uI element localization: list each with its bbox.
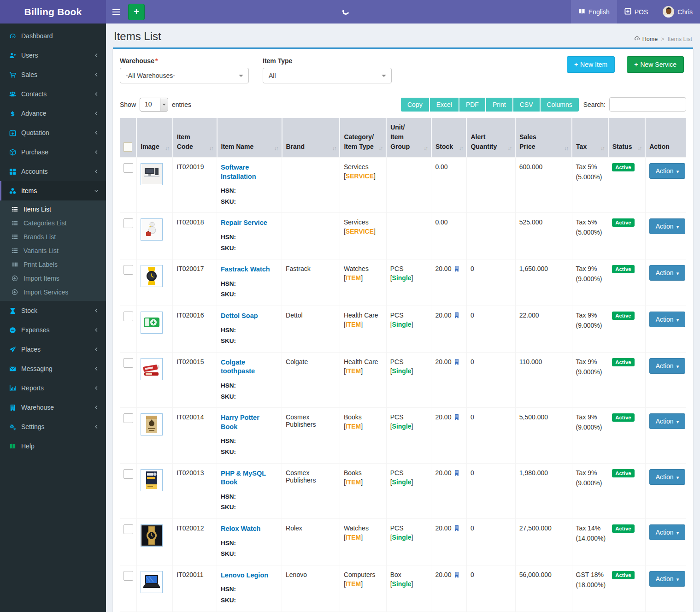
row-checkbox[interactable] (124, 218, 133, 228)
export-excel-button[interactable]: Excel (430, 98, 459, 112)
sidebar-item-advance[interactable]: $Advance (0, 104, 106, 123)
column-header-stock[interactable]: Stock↓↑ (431, 118, 467, 158)
warehouse-stock-icon[interactable] (453, 414, 460, 420)
sort-icon[interactable]: ↓↑ (207, 145, 213, 152)
search-input[interactable] (609, 97, 686, 112)
item-thumbnail[interactable] (141, 265, 163, 287)
row-checkbox[interactable] (124, 413, 133, 423)
action-dropdown-button[interactable]: Action▾ (649, 413, 685, 429)
column-header-category-item-type[interactable]: Category/​Item Type↓↑ (340, 118, 386, 158)
sidebar-item-sales[interactable]: Sales (0, 65, 106, 84)
item-name-link[interactable]: Colgate toothpaste (221, 358, 278, 376)
action-dropdown-button[interactable]: Action▾ (649, 571, 685, 587)
sort-icon[interactable]: ↓↑ (506, 145, 511, 152)
sort-icon[interactable]: ↓↑ (376, 145, 382, 152)
sort-icon[interactable]: ↓↑ (457, 145, 462, 152)
column-header-unit-item-group[interactable]: Unit/​Item Group↓↑ (386, 118, 431, 158)
item-name-link[interactable]: Dettol Soap (221, 312, 258, 321)
warehouse-stock-icon[interactable] (453, 359, 460, 365)
row-checkbox[interactable] (124, 469, 133, 479)
column-header-sales-price[interactable]: Sales Price↓↑ (515, 118, 572, 158)
select-all-checkbox[interactable] (124, 142, 132, 152)
column-header-item-code[interactable]: Item Code↓↑ (173, 118, 217, 158)
item-name-link[interactable]: Lenovo Legion (221, 571, 268, 580)
sort-icon[interactable]: ↓↑ (422, 145, 427, 152)
sidebar-item-contacts[interactable]: Contacts (0, 84, 106, 104)
breadcrumb-home-link[interactable]: Home (634, 35, 658, 43)
sidebar-item-import-services[interactable]: Import Services (0, 285, 106, 299)
sidebar-item-settings[interactable]: Settings (0, 417, 106, 436)
export-pdf-button[interactable]: PDF (459, 98, 486, 112)
sidebar-item-categories-list[interactable]: Categories List (0, 216, 106, 230)
new-service-button[interactable]: +New Service (627, 56, 684, 73)
sort-icon[interactable]: ↓↑ (599, 145, 604, 152)
sidebar-item-users[interactable]: Users (0, 46, 106, 65)
row-checkbox[interactable] (124, 265, 133, 275)
sidebar-item-quotation[interactable]: Quotation (0, 123, 106, 142)
sidebar-item-messaging[interactable]: Messaging (0, 359, 106, 378)
item-name-link[interactable]: Repair Service (221, 218, 267, 228)
action-dropdown-button[interactable]: Action▾ (649, 524, 685, 540)
row-checkbox[interactable] (124, 312, 133, 321)
sidebar-item-items[interactable]: Items (0, 181, 106, 200)
sidebar-item-places[interactable]: Places (0, 340, 106, 359)
pos-menu[interactable]: POS (617, 0, 656, 24)
row-checkbox[interactable] (124, 358, 133, 368)
sort-icon[interactable]: ↓↑ (635, 145, 641, 152)
column-header-alert-quantity[interactable]: Alert Quantity↓↑ (466, 118, 515, 158)
app-logo[interactable]: Billing Book (0, 0, 106, 24)
export-copy-button[interactable]: Copy (401, 98, 430, 112)
sidebar-item-print-labels[interactable]: Print Labels (0, 258, 106, 271)
page-length-select[interactable]: 10 (140, 98, 168, 112)
item-name-link[interactable]: Relox Watch (221, 524, 260, 534)
sidebar-item-purchase[interactable]: Purchase (0, 142, 106, 162)
warehouse-stock-icon[interactable] (453, 265, 460, 272)
item-name-link[interactable]: Harry Potter Book (221, 413, 278, 431)
quick-add-button[interactable]: + (128, 4, 145, 20)
sidebar-item-reports[interactable]: Reports (0, 378, 106, 398)
warehouse-stock-icon[interactable] (453, 312, 460, 318)
sidebar-item-items-list[interactable]: Items List (0, 202, 106, 216)
sort-icon[interactable]: ↓↑ (163, 145, 169, 152)
action-dropdown-button[interactable]: Action▾ (649, 218, 685, 234)
column-header-status[interactable]: Status↓↑ (608, 118, 646, 158)
action-dropdown-button[interactable]: Action▾ (649, 358, 685, 374)
user-menu[interactable]: Chris (655, 0, 700, 24)
sidebar-item-brands-list[interactable]: Brands List (0, 230, 106, 244)
item-name-link[interactable]: PHP & MySQL Book (221, 469, 278, 487)
item-thumbnail[interactable] (141, 524, 163, 547)
item-name-link[interactable]: Software Installation (221, 163, 278, 181)
export-print-button[interactable]: Print (486, 98, 513, 112)
sort-icon[interactable]: ↓↑ (562, 145, 568, 152)
warehouse-stock-icon[interactable] (453, 525, 460, 531)
column-header-tax[interactable]: Tax↓↑ (572, 118, 608, 158)
item-name-link[interactable]: Fastrack Watch (221, 265, 270, 274)
warehouse-stock-icon[interactable] (453, 470, 460, 476)
item-thumbnail[interactable] (141, 312, 163, 334)
item-type-select[interactable]: All (263, 68, 392, 83)
export-columns-button[interactable]: Columns (541, 98, 579, 112)
action-dropdown-button[interactable]: Action▾ (649, 163, 685, 179)
warehouse-select[interactable]: -All Warehouses- (120, 68, 249, 83)
item-thumbnail[interactable] (141, 413, 163, 435)
sort-icon[interactable]: ↓↑ (330, 145, 335, 152)
column-header-image[interactable]: Image↓↑ (136, 118, 173, 158)
row-checkbox[interactable] (124, 163, 133, 173)
warehouse-stock-icon[interactable] (453, 571, 460, 578)
export-csv-button[interactable]: CSV (513, 98, 541, 112)
row-checkbox[interactable] (124, 571, 133, 581)
item-thumbnail[interactable] (141, 469, 163, 491)
sidebar-item-variants-list[interactable]: Variants List (0, 244, 106, 258)
action-dropdown-button[interactable]: Action▾ (649, 265, 685, 281)
sort-icon[interactable]: ↓↑ (272, 145, 278, 152)
action-dropdown-button[interactable]: Action▾ (649, 469, 685, 485)
item-thumbnail[interactable] (141, 358, 163, 380)
action-dropdown-button[interactable]: Action▾ (649, 312, 685, 327)
sidebar-item-import-items[interactable]: Import Items (0, 271, 106, 285)
sidebar-item-dashboard[interactable]: Dashboard (0, 26, 106, 46)
sidebar-item-expenses[interactable]: Expenses (0, 320, 106, 340)
sidebar-toggle-icon[interactable] (106, 0, 126, 24)
item-thumbnail[interactable] (141, 163, 163, 185)
column-header-brand[interactable]: Brand↓↑ (282, 118, 340, 158)
sidebar-item-warehouse[interactable]: Warehouse (0, 398, 106, 417)
